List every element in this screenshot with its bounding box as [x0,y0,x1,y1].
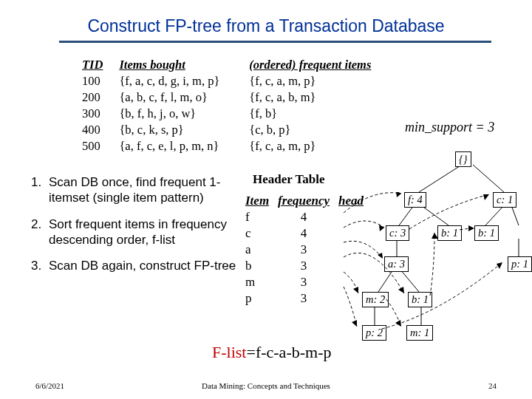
steps-list: 1.Scan DB once, find frequent 1-itemset … [31,174,238,284]
tree-node: c: 3 [386,225,409,241]
fp-tree: {} f: 4 c: 1 c: 3 b: 1 b: 1 a: 3 p: 1 m:… [364,151,530,358]
svg-marker-21 [352,320,357,327]
table-row: m3 [242,275,367,290]
table-row: c4 [242,226,367,241]
svg-line-9 [400,270,419,292]
svg-line-4 [485,205,504,225]
f-list: F-list=f-c-a-b-m-p [212,343,331,362]
table-row: 200{a, b, c, f, l, m, o}{f, c, a, b, m} [79,90,374,105]
tree-node: m: 2 [362,292,389,307]
tree-node: f: 4 [404,192,426,208]
svg-line-8 [378,270,393,292]
tree-node: b: 1 [474,225,499,241]
tree-node: b: 1 [408,292,432,307]
svg-line-5 [511,205,519,225]
tree-edges [364,151,530,358]
table-row: 100{f, a, c, d, g, i, m, p}{f, c, a, m, … [79,74,374,89]
header-table: Itemfrequencyhead f4 c4 a3 b3 m3 p3 [240,192,369,307]
header-table-title: Header Table [253,172,324,187]
tree-node: p: 2 [362,325,386,341]
svg-line-3 [421,205,449,225]
svg-line-2 [399,205,414,225]
list-item: 1.Scan DB once, find frequent 1-itemset … [31,174,238,206]
table-row: b3 [242,259,367,273]
svg-line-0 [419,165,462,192]
divider [59,41,491,43]
tree-node: m: 1 [406,325,433,341]
footer-title: Data Mining: Concepts and Techniques [0,381,532,390]
col-tid: TID [79,58,106,72]
list-item: 2.Sort frequent items in frequency desce… [31,216,238,248]
col-items: Items bought [107,58,222,72]
tree-node: c: 1 [493,192,516,208]
list-item: 3.Scan DB again, construct FP-tree [31,258,238,273]
table-row: p3 [242,291,367,306]
table-row: 400{b, c, k, s, p}{c, b, p} [79,123,374,137]
transaction-table: TID Items bought (ordered) frequent item… [78,56,375,155]
table-row: f4 [242,210,367,225]
table-row: 300{b, f, h, j, o, w}{f, b} [79,106,374,121]
tree-node: b: 1 [437,225,462,241]
slide-title: Construct FP-tree from a Transaction Dat… [0,0,532,41]
footer-page: 24 [488,381,497,390]
tree-node: a: 3 [384,256,409,272]
col-freq: (ordered) frequent items [224,58,374,72]
table-row: 500{a, f, c, e, l, p, m, n}{f, c, a, m, … [79,139,374,154]
table-row: a3 [242,242,367,257]
svg-line-1 [473,165,504,192]
tree-root: {} [455,151,471,167]
tree-node: p: 1 [508,256,532,272]
min-support-label: min_support = 3 [405,120,494,135]
